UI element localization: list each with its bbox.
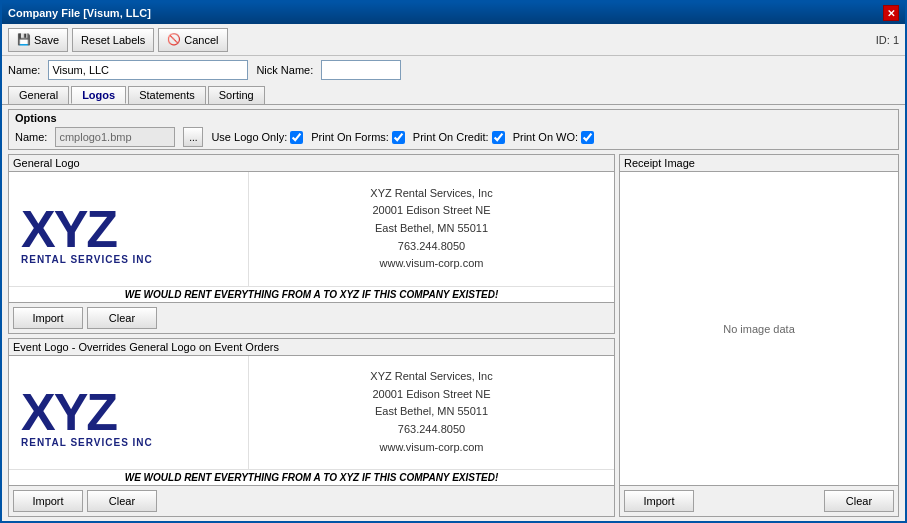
general-import-button[interactable]: Import — [13, 307, 83, 329]
event-logo-title: Event Logo - Overrides General Logo on E… — [9, 339, 614, 356]
svg-text:RENTAL SERVICES INC: RENTAL SERVICES INC — [21, 254, 153, 265]
general-logo-image: XYZ RENTAL SERVICES INC — [9, 172, 249, 286]
event-logo-section: Event Logo - Overrides General Logo on E… — [8, 338, 615, 518]
general-logo-title: General Logo — [9, 155, 614, 172]
left-column: General Logo XYZ RENTAL SERVICES INC XYZ… — [8, 154, 615, 517]
print-on-wo-label: Print On WO: — [513, 131, 578, 143]
tab-bar: General Logos Statements Sorting — [2, 86, 905, 104]
name-input[interactable] — [48, 60, 248, 80]
tab-content-logos: Options Name: ... Use Logo Only: Print O… — [2, 104, 905, 521]
cancel-label: Cancel — [184, 34, 218, 46]
options-row: Name: ... Use Logo Only: Print On Forms:… — [15, 127, 892, 147]
id-label: ID: 1 — [876, 34, 899, 46]
receipt-section: Receipt Image No image data Import Clear — [619, 154, 899, 517]
event-import-button[interactable]: Import — [13, 490, 83, 512]
save-label: Save — [34, 34, 59, 46]
no-image-text: No image data — [723, 323, 795, 335]
event-logo-info: XYZ Rental Services, Inc 20001 Edison St… — [249, 356, 614, 470]
svg-text:RENTAL SERVICES INC: RENTAL SERVICES INC — [21, 437, 153, 448]
options-label: Options — [15, 112, 892, 124]
event-company-name: XYZ Rental Services, Inc — [370, 368, 492, 386]
main-window: Company File [Visum, LLC] ✕ 💾 Save Reset… — [0, 0, 907, 523]
reset-labels-button[interactable]: Reset Labels — [72, 28, 154, 52]
right-column: Receipt Image No image data Import Clear — [619, 154, 899, 517]
receipt-title: Receipt Image — [620, 155, 898, 172]
general-address1: 20001 Edison Street NE — [372, 202, 490, 220]
general-address2: East Bethel, MN 55011 — [375, 220, 488, 238]
receipt-import-button[interactable]: Import — [624, 490, 694, 512]
xyz-logo-svg: XYZ RENTAL SERVICES INC — [19, 189, 239, 269]
cancel-icon: 🚫 — [167, 33, 181, 46]
name-label: Name: — [8, 64, 40, 76]
general-logo-tagline: WE WOULD RENT EVERYTHING FROM A TO XYZ I… — [9, 286, 614, 302]
use-logo-only-group: Use Logo Only: — [211, 131, 303, 144]
general-logo-section: General Logo XYZ RENTAL SERVICES INC XYZ… — [8, 154, 615, 334]
print-on-credit-group: Print On Credit: — [413, 131, 505, 144]
print-on-credit-checkbox[interactable] — [492, 131, 505, 144]
receipt-buttons: Import Clear — [620, 485, 898, 516]
main-area: General Logo XYZ RENTAL SERVICES INC XYZ… — [8, 154, 899, 517]
logo-name-input[interactable] — [55, 127, 175, 147]
event-logo-image: XYZ RENTAL SERVICES INC — [9, 356, 249, 470]
print-on-forms-group: Print On Forms: — [311, 131, 405, 144]
reset-labels-label: Reset Labels — [81, 34, 145, 46]
event-address2: East Bethel, MN 55011 — [375, 403, 488, 421]
general-logo-buttons: Import Clear — [9, 302, 614, 333]
tab-statements[interactable]: Statements — [128, 86, 206, 104]
print-on-credit-label: Print On Credit: — [413, 131, 489, 143]
general-company-name: XYZ Rental Services, Inc — [370, 185, 492, 203]
print-on-wo-group: Print On WO: — [513, 131, 594, 144]
cancel-button[interactable]: 🚫 Cancel — [158, 28, 227, 52]
event-logo-buttons: Import Clear — [9, 485, 614, 516]
use-logo-only-checkbox[interactable] — [290, 131, 303, 144]
event-clear-button[interactable]: Clear — [87, 490, 157, 512]
tab-sorting[interactable]: Sorting — [208, 86, 265, 104]
general-clear-button[interactable]: Clear — [87, 307, 157, 329]
browse-button[interactable]: ... — [183, 127, 203, 147]
event-website: www.visum-corp.com — [380, 439, 484, 457]
print-on-forms-label: Print On Forms: — [311, 131, 389, 143]
name-row: Name: Nick Name: — [2, 56, 905, 84]
tab-general[interactable]: General — [8, 86, 69, 104]
save-button[interactable]: 💾 Save — [8, 28, 68, 52]
toolbar: 💾 Save Reset Labels 🚫 Cancel ID: 1 — [2, 24, 905, 56]
nickname-input[interactable] — [321, 60, 401, 80]
general-website: www.visum-corp.com — [380, 255, 484, 273]
nickname-label: Nick Name: — [256, 64, 313, 76]
general-logo-info: XYZ Rental Services, Inc 20001 Edison St… — [249, 172, 614, 286]
event-logo-tagline: WE WOULD RENT EVERYTHING FROM A TO XYZ I… — [9, 469, 614, 485]
options-section: Options Name: ... Use Logo Only: Print O… — [8, 109, 899, 150]
event-address1: 20001 Edison Street NE — [372, 386, 490, 404]
svg-text:XYZ: XYZ — [21, 383, 117, 441]
window-title: Company File [Visum, LLC] — [8, 7, 151, 19]
print-on-wo-checkbox[interactable] — [581, 131, 594, 144]
receipt-clear-button[interactable]: Clear — [824, 490, 894, 512]
event-xyz-logo-svg: XYZ RENTAL SERVICES INC — [19, 372, 239, 452]
general-logo-content: XYZ RENTAL SERVICES INC XYZ Rental Servi… — [9, 172, 614, 286]
receipt-content: No image data — [620, 172, 898, 485]
event-logo-content: XYZ RENTAL SERVICES INC XYZ Rental Servi… — [9, 356, 614, 470]
use-logo-only-label: Use Logo Only: — [211, 131, 287, 143]
svg-text:XYZ: XYZ — [21, 200, 117, 258]
options-name-label: Name: — [15, 131, 47, 143]
save-icon: 💾 — [17, 33, 31, 46]
title-bar: Company File [Visum, LLC] ✕ — [2, 2, 905, 24]
tab-logos[interactable]: Logos — [71, 86, 126, 104]
print-on-forms-checkbox[interactable] — [392, 131, 405, 144]
close-button[interactable]: ✕ — [883, 5, 899, 21]
general-phone: 763.244.8050 — [398, 238, 465, 256]
event-phone: 763.244.8050 — [398, 421, 465, 439]
